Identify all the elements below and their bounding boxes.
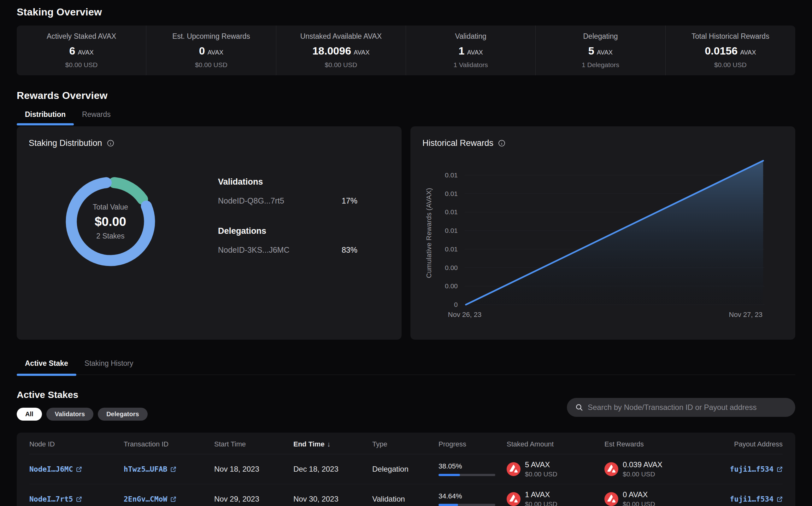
col-end-time[interactable]: End Time ↓ — [293, 440, 372, 448]
payout-address-link[interactable]: fuji1…f534 — [730, 465, 783, 473]
end-time: Dec 18, 2023 — [293, 465, 372, 474]
stat-actively-staked: Actively Staked AVAX 6AVAX $0.00 USD — [17, 25, 146, 75]
end-time: Nov 30, 2023 — [293, 495, 372, 503]
staking-overview-stats: Actively Staked AVAX 6AVAX $0.00 USD Est… — [17, 25, 795, 75]
info-icon[interactable] — [107, 140, 114, 147]
col-progress[interactable]: Progress — [438, 440, 506, 448]
avax-logo-icon — [604, 492, 618, 506]
external-link-icon — [76, 466, 82, 472]
stat-value: 18.0096AVAX — [312, 45, 369, 57]
stat-sub: $0.00 USD — [65, 61, 98, 69]
stat-label: Unstaked Available AVAX — [300, 32, 382, 40]
col-payout-address[interactable]: Payout Address — [734, 440, 783, 448]
donut-center-label: Total Value — [93, 203, 128, 212]
col-node-id[interactable]: Node ID — [29, 440, 124, 448]
tab-active-stake[interactable]: Active Stake — [17, 359, 76, 374]
donut-center-sub: 2 Stakes — [96, 232, 125, 240]
node-id-link[interactable]: NodeI…7rt5 — [29, 495, 82, 503]
stat-value: 5AVAX — [588, 45, 613, 57]
rewards-usd: $0.00 USD — [623, 500, 655, 506]
external-link-icon — [171, 466, 176, 472]
progress-bar — [438, 474, 495, 476]
tab-rewards[interactable]: Rewards — [74, 110, 119, 124]
stat-label: Est. Upcoming Rewards — [172, 32, 250, 40]
stat-sub: $0.00 USD — [325, 61, 357, 69]
validation-percent: 17% — [342, 196, 357, 205]
table-header: Node ID Transaction ID Start Time End Ti… — [29, 433, 783, 454]
stake-type: Validation — [372, 495, 438, 503]
col-staked-amount[interactable]: Staked Amount — [506, 440, 604, 448]
avax-logo-icon — [506, 492, 521, 506]
historical-rewards-title: Historical Rewards — [422, 138, 493, 148]
stat-value: 1AVAX — [459, 45, 483, 57]
stake-filters: All Validators Delegators — [17, 408, 148, 421]
validation-node-id: NodeID-Q8G...7rt5 — [218, 196, 284, 205]
transaction-id-link[interactable]: 2EnGv…CMoW — [124, 495, 176, 503]
stat-historical-rewards: Total Historical Rewards 0.0156AVAX $0.0… — [666, 25, 795, 75]
staking-distribution-donut: Total Value $0.00 2 Stakes — [62, 173, 159, 270]
external-link-icon — [171, 496, 176, 502]
rewards-avax: 0 AVAX — [623, 490, 655, 499]
staked-amount-cell: 1 AVAX $0.00 USD — [506, 490, 604, 506]
x-axis-label-start: Nov 26, 23 — [448, 311, 481, 319]
delegation-percent: 83% — [342, 245, 357, 255]
stat-validating: Validating 1AVAX 1 Validators — [406, 25, 536, 75]
progress-cell: 38.05% — [438, 462, 495, 476]
search-input[interactable] — [588, 403, 787, 412]
page-title: Staking Overview — [17, 6, 795, 18]
payout-address-link[interactable]: fuji1…f534 — [730, 495, 783, 503]
plot-area[interactable] — [465, 159, 764, 307]
table-row: NodeI…J6MC hTwz5…UFAB Nov 18, 2023 Dec 1… — [29, 454, 783, 484]
external-link-icon — [76, 496, 82, 502]
stat-unstaked-available: Unstaked Available AVAX 18.0096AVAX $0.0… — [276, 25, 406, 75]
filter-delegators[interactable]: Delegators — [98, 408, 147, 421]
donut-center-value: $0.00 — [95, 215, 126, 229]
external-link-icon — [777, 496, 783, 502]
stat-sub: 1 Validators — [453, 61, 488, 69]
y-axis-ticks: 0.01 0.01 0.01 0.01 0.01 0.00 0.00 0 — [436, 159, 460, 307]
stake-search[interactable] — [567, 398, 795, 417]
avax-logo-icon — [604, 462, 618, 476]
staking-distribution-panel: Staking Distribution Total — [17, 126, 402, 340]
stat-value: 0.0156AVAX — [705, 45, 756, 57]
avax-logo-icon — [506, 462, 521, 476]
search-icon — [575, 403, 583, 412]
stat-label: Actively Staked AVAX — [47, 32, 116, 40]
node-id-link[interactable]: NodeI…J6MC — [29, 465, 82, 473]
historical-rewards-panel: Historical Rewards Cumulative Rewards (A… — [410, 126, 795, 340]
table-row: NodeI…7rt5 2EnGv…CMoW Nov 29, 2023 Nov 3… — [29, 484, 783, 506]
stat-label: Delegating — [583, 32, 618, 40]
external-link-icon — [777, 466, 783, 472]
staked-amount-cell: 5 AVAX $0.00 USD — [506, 460, 604, 478]
staked-usd: $0.00 USD — [525, 500, 557, 506]
col-transaction-id[interactable]: Transaction ID — [124, 440, 214, 448]
stat-sub: $0.00 USD — [195, 61, 227, 69]
active-stakes-title: Active Stakes — [17, 390, 148, 400]
start-time: Nov 29, 2023 — [214, 495, 293, 503]
stat-sub: 1 Delegators — [582, 61, 619, 69]
transaction-id-link[interactable]: hTwz5…UFAB — [124, 465, 176, 473]
tab-distribution[interactable]: Distribution — [17, 110, 74, 124]
staked-avax: 5 AVAX — [525, 460, 557, 469]
filter-all[interactable]: All — [17, 408, 42, 421]
info-icon[interactable] — [498, 140, 505, 147]
delegation-node-id: NodeID-3KS...J6MC — [218, 245, 289, 255]
col-est-rewards[interactable]: Est Rewards — [604, 440, 712, 448]
list-item[interactable]: NodeID-Q8G...7rt5 17% — [218, 196, 357, 205]
stat-value: 0AVAX — [199, 45, 223, 57]
start-time: Nov 18, 2023 — [214, 465, 293, 474]
delegations-heading: Delegations — [218, 226, 357, 236]
rewards-avax: 0.039 AVAX — [623, 460, 663, 469]
tab-staking-history[interactable]: Staking History — [76, 359, 142, 374]
stat-label: Total Historical Rewards — [691, 32, 769, 40]
active-stakes-table: Node ID Transaction ID Start Time End Ti… — [17, 433, 795, 506]
rewards-overview-title: Rewards Overview — [17, 90, 795, 101]
filter-validators[interactable]: Validators — [46, 408, 94, 421]
col-start-time[interactable]: Start Time — [214, 440, 293, 448]
staked-avax: 1 AVAX — [525, 490, 557, 499]
historical-rewards-chart: Cumulative Rewards (AVAX) 0.01 0.01 0.01… — [422, 159, 783, 320]
col-type[interactable]: Type — [372, 440, 438, 448]
stake-type: Delegation — [372, 465, 438, 474]
progress-percent: 38.05% — [438, 462, 495, 471]
list-item[interactable]: NodeID-3KS...J6MC 83% — [218, 245, 357, 255]
